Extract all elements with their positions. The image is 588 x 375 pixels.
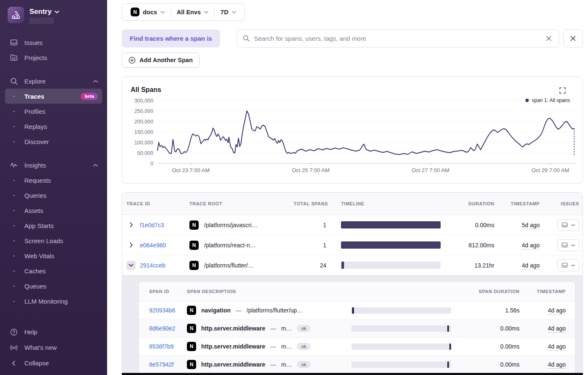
span-search-box bbox=[236, 29, 559, 47]
span-id-link[interactable]: 8538f7b9 bbox=[149, 343, 173, 350]
issues-cell bbox=[540, 219, 579, 231]
clear-search-icon[interactable] bbox=[545, 34, 553, 42]
timestamp-link[interactable]: 4d ago bbox=[548, 325, 566, 333]
timeline-track bbox=[341, 262, 441, 269]
span-id-link[interactable]: 920934b6 bbox=[149, 307, 175, 314]
expand-chart-icon[interactable] bbox=[559, 87, 566, 94]
sidebar-item-discover[interactable]: Discover bbox=[5, 134, 102, 149]
sidebar-group-explore[interactable]: Explore bbox=[5, 73, 102, 89]
sidebar-item-caches[interactable]: Caches bbox=[5, 263, 102, 278]
project-selector[interactable]: N docs bbox=[125, 8, 171, 16]
sidebar-item-replays[interactable]: Replays bbox=[5, 119, 102, 134]
add-another-span-button[interactable]: Add Another Span bbox=[122, 52, 200, 68]
sidebar-item-label: Projects bbox=[24, 54, 47, 61]
span-subtable-body: 920934b6Nnavigation—/platforms/flutter/u… bbox=[139, 302, 575, 374]
collapse-row-icon[interactable] bbox=[126, 261, 136, 270]
bullet-icon bbox=[9, 195, 18, 196]
sidebar-group-insights[interactable]: Insights bbox=[5, 157, 102, 173]
sidebar-item-queues[interactable]: Queues bbox=[5, 278, 102, 294]
timestamp-link[interactable]: 4d ago bbox=[548, 307, 566, 315]
timeline-track bbox=[352, 325, 451, 332]
remove-span-button[interactable] bbox=[563, 29, 583, 47]
span-row: 8d6e90e2Nhttp.server.middleware—m…ok0.00… bbox=[139, 320, 575, 338]
span-id-cell: 920934b6 bbox=[149, 307, 187, 314]
sidebar-item-label: Web Vitals bbox=[24, 252, 54, 260]
org-switcher[interactable]: Sentry bbox=[5, 6, 102, 24]
all-spans-chart[interactable]: 050,000100,000150,000200,000250,000300,0… bbox=[122, 77, 583, 183]
issues-button[interactable] bbox=[557, 219, 579, 231]
column-header-duration: Duration bbox=[441, 201, 494, 206]
timestamp-link[interactable]: 4d ago bbox=[522, 262, 540, 270]
column-header-span-duration: Span Duration bbox=[462, 289, 520, 294]
column-header-timestamp: Timestamp bbox=[520, 289, 566, 294]
trace-id-link[interactable]: 2914cceb bbox=[140, 262, 165, 269]
sidebar-footer-what-s-new[interactable]: What's new bbox=[5, 340, 102, 355]
bullet-icon bbox=[9, 225, 18, 226]
timestamp-link[interactable]: 5d ago bbox=[522, 222, 540, 229]
sidebar-item-traces[interactable]: Tracesbeta bbox=[5, 89, 102, 104]
sidebar-item-queries[interactable]: Queries bbox=[5, 188, 102, 203]
nextjs-platform-icon: N bbox=[189, 261, 199, 270]
span-id-cell: 8d6e90e2 bbox=[149, 325, 187, 332]
environment-selector[interactable]: All Envs bbox=[171, 9, 214, 16]
column-header-issues: Issues bbox=[540, 201, 579, 206]
span-search-input[interactable] bbox=[254, 35, 541, 42]
sidebar-footer-collapse[interactable]: Collapse bbox=[5, 355, 102, 371]
sidebar-item-llm-monitoring[interactable]: LLM Monitoring bbox=[5, 294, 102, 309]
total-spans-cell: 1 bbox=[291, 222, 328, 228]
svg-text:Oct 25 7:00 AM: Oct 25 7:00 AM bbox=[292, 167, 330, 173]
sidebar-item-label: Queries bbox=[24, 192, 47, 199]
timestamp-link[interactable]: 4d ago bbox=[522, 242, 540, 249]
sentry-logo-icon bbox=[8, 7, 24, 24]
expanded-trace-spans: Span IDSpan DescriptionSpan DurationTime… bbox=[122, 275, 583, 375]
sidebar-item-issues[interactable]: Issues bbox=[5, 35, 102, 50]
span-duration-cell: 0.00ms bbox=[462, 343, 520, 350]
org-subtitle-redacted bbox=[29, 18, 54, 24]
projects-icon bbox=[9, 53, 18, 62]
timeline-track bbox=[341, 221, 441, 228]
sidebar: Sentry IssuesProjectsExploreTracesbetaPr… bbox=[0, 0, 107, 375]
trace-id-link[interactable]: f1e0d7c3 bbox=[140, 222, 164, 228]
sidebar-item-assets[interactable]: Assets bbox=[5, 203, 102, 218]
sidebar-gap bbox=[5, 65, 102, 73]
sidebar-item-web-vitals[interactable]: Web Vitals bbox=[5, 248, 102, 263]
expand-row-icon[interactable] bbox=[126, 222, 136, 228]
span-id-link[interactable]: 8e57942f bbox=[149, 361, 173, 368]
chart-legend[interactable]: span 1: All spans bbox=[525, 97, 570, 103]
span-search-row: Find traces where a span is bbox=[122, 29, 583, 47]
trace-id-link[interactable]: e064e980 bbox=[140, 242, 166, 249]
timeline-cell bbox=[352, 362, 462, 368]
timestamp-link[interactable]: 4d ago bbox=[548, 343, 566, 351]
svg-text:Oct 23 7:00 AM: Oct 23 7:00 AM bbox=[172, 167, 210, 173]
dash-icon bbox=[571, 265, 575, 266]
span-status-badge: ok bbox=[297, 343, 310, 350]
sidebar-item-label: App Starts bbox=[24, 222, 54, 229]
issues-button[interactable] bbox=[557, 239, 579, 251]
sidebar-item-profiles[interactable]: Profiles bbox=[5, 104, 102, 119]
sidebar-group-label: Insights bbox=[24, 162, 46, 169]
sidebar-item-label: Issues bbox=[24, 39, 42, 46]
chevron-down-icon bbox=[232, 11, 236, 13]
svg-text:Oct 27 7:00 AM: Oct 27 7:00 AM bbox=[412, 167, 449, 173]
column-header-total-spans: Total Spans bbox=[291, 201, 328, 206]
issues-button[interactable] bbox=[557, 260, 579, 271]
sidebar-item-app-starts[interactable]: App Starts bbox=[5, 218, 102, 233]
span-detail-text: m… bbox=[281, 343, 292, 350]
sidebar-item-label: Discover bbox=[24, 138, 49, 145]
sentry-app: Sentry IssuesProjectsExploreTracesbetaPr… bbox=[0, 0, 588, 375]
bullet-icon bbox=[9, 180, 18, 181]
span-id-link[interactable]: 8d6e90e2 bbox=[149, 325, 175, 332]
sidebar-footer-help[interactable]: Help bbox=[5, 324, 102, 340]
bullet-icon bbox=[9, 210, 18, 211]
sidebar-item-label: Screen Loads bbox=[24, 237, 63, 244]
sidebar-item-projects[interactable]: Projects bbox=[5, 50, 102, 65]
bullet-icon bbox=[9, 270, 18, 272]
bullet-icon bbox=[9, 301, 18, 302]
timestamp-link[interactable]: 4d ago bbox=[548, 361, 566, 369]
timestamp-cell: 4d ago bbox=[494, 262, 540, 269]
expand-row-icon[interactable] bbox=[126, 242, 136, 248]
sidebar-item-requests[interactable]: Requests bbox=[5, 173, 102, 188]
sidebar-item-screen-loads[interactable]: Screen Loads bbox=[5, 233, 102, 248]
span-timestamp-cell: 4d ago bbox=[520, 325, 566, 332]
date-range-selector[interactable]: 7D bbox=[215, 9, 242, 16]
